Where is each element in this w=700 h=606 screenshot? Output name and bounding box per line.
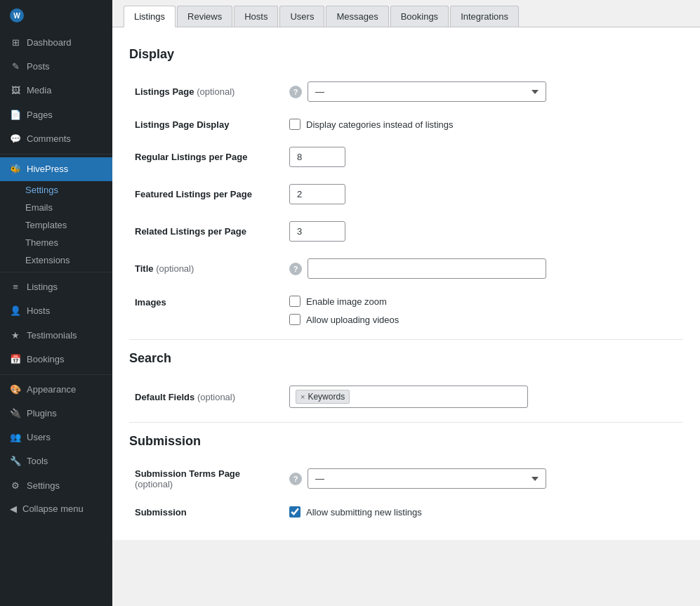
submission-form-table: Submission Terms Page (optional) ? — Sub…: [129, 460, 683, 526]
hosts-icon: 👤: [10, 305, 21, 317]
sidebar-item-pages[interactable]: 📄 Pages: [0, 103, 112, 127]
default-fields-row: Default Fields (optional) × Keywords: [129, 377, 683, 416]
listings-page-select[interactable]: —: [308, 81, 546, 102]
allow-uploading-videos-checkbox[interactable]: [289, 314, 301, 325]
tab-reviews[interactable]: Reviews: [177, 6, 232, 27]
sidebar-item-posts[interactable]: ✎ Posts: [0, 55, 112, 79]
sidebar-item-media[interactable]: 🖼 Media: [0, 79, 112, 103]
search-section-title: Search: [129, 351, 683, 366]
appearance-icon: 🎨: [10, 384, 21, 395]
sidebar-item-plugins[interactable]: 🔌 Plugins: [0, 402, 112, 426]
sidebar-logo: W: [0, 0, 112, 31]
testimonials-icon: ★: [10, 330, 21, 341]
default-fields-label: Default Fields (optional): [129, 377, 284, 416]
images-row: Images Enable image zoom Allow uploading…: [129, 287, 683, 334]
settings-icon: ⚙: [10, 480, 21, 492]
tools-icon: 🔧: [10, 456, 21, 468]
submission-terms-select[interactable]: —: [308, 468, 546, 489]
collapse-icon: ◀: [10, 503, 17, 514]
featured-listings-row: Featured Listings per Page: [129, 176, 683, 213]
related-listings-row: Related Listings per Page: [129, 213, 683, 250]
sidebar-item-appearance[interactable]: 🎨 Appearance: [0, 378, 112, 402]
display-section-title: Display: [129, 47, 683, 62]
submission-row: Submission Allow submitting new listings: [129, 498, 683, 526]
submenu-settings[interactable]: Settings: [0, 181, 112, 199]
listings-page-display-label: Listings Page Display: [129, 110, 284, 138]
sidebar-item-dashboard[interactable]: ⊞ Dashboard: [0, 31, 112, 55]
sidebar-item-settings[interactable]: ⚙ Settings: [0, 474, 112, 498]
submenu-themes[interactable]: Themes: [0, 234, 112, 251]
bookings-icon: 📅: [10, 354, 21, 365]
plugins-icon: 🔌: [10, 408, 21, 419]
default-fields-tag-field[interactable]: × Keywords: [289, 386, 528, 408]
posts-icon: ✎: [10, 61, 21, 72]
hivepress-submenu: Settings Emails Templates Themes Extensi…: [0, 181, 112, 269]
submission-terms-label: Submission Terms Page (optional): [129, 460, 284, 498]
regular-listings-row: Regular Listings per Page: [129, 138, 683, 176]
collapse-menu-button[interactable]: ◀ Collapse menu: [0, 498, 112, 520]
listings-icon: ≡: [10, 282, 21, 293]
search-form-table: Default Fields (optional) × Keywords: [129, 377, 683, 416]
enable-image-zoom-label: Enable image zoom: [306, 296, 387, 307]
submission-section-title: Submission: [129, 434, 683, 449]
keywords-tag: × Keywords: [296, 390, 350, 404]
search-sep: [129, 339, 683, 340]
tab-integrations[interactable]: Integrations: [450, 6, 519, 27]
allow-submitting-checkbox[interactable]: [289, 506, 301, 518]
sidebar-item-bookings[interactable]: 📅 Bookings: [0, 348, 112, 371]
title-help-icon[interactable]: ?: [289, 263, 302, 275]
listings-page-help-icon[interactable]: ?: [289, 86, 302, 98]
sidebar-item-comments[interactable]: 💬 Comments: [0, 127, 112, 151]
listings-page-row: Listings Page (optional) ? —: [129, 73, 683, 110]
hivepress-icon: 🐝: [10, 164, 21, 175]
related-listings-label: Related Listings per Page: [129, 213, 284, 250]
title-input[interactable]: [308, 258, 546, 279]
allow-uploading-videos-label: Allow uploading videos: [306, 315, 399, 325]
regular-listings-label: Regular Listings per Page: [129, 138, 284, 176]
keywords-tag-remove[interactable]: ×: [301, 393, 305, 401]
submission-terms-help-icon[interactable]: ?: [289, 473, 302, 485]
allow-submitting-label: Allow submitting new listings: [306, 507, 422, 518]
listings-page-display-checkbox-label: Display categories instead of listings: [306, 119, 454, 130]
title-label: Title (optional): [129, 250, 284, 287]
submenu-extensions[interactable]: Extensions: [0, 251, 112, 269]
pages-icon: 📄: [10, 110, 21, 121]
listings-page-label: Listings Page (optional): [129, 73, 284, 110]
tab-users[interactable]: Users: [279, 6, 324, 27]
enable-image-zoom-checkbox[interactable]: [289, 296, 301, 307]
wp-logo-icon: W: [10, 8, 24, 22]
dashboard-icon: ⊞: [10, 37, 21, 48]
tabs-bar: Listings Reviews Hosts Users Messages Bo…: [112, 0, 700, 27]
tab-hosts[interactable]: Hosts: [234, 6, 278, 27]
related-listings-input[interactable]: [289, 221, 345, 242]
sidebar-item-tools[interactable]: 🔧 Tools: [0, 449, 112, 473]
sidebar-item-listings[interactable]: ≡ Listings: [0, 275, 112, 299]
submission-terms-row: Submission Terms Page (optional) ? —: [129, 460, 683, 498]
tab-bookings[interactable]: Bookings: [390, 6, 449, 27]
main-content: Listings Reviews Hosts Users Messages Bo…: [112, 0, 700, 606]
regular-listings-input[interactable]: [289, 147, 345, 167]
submenu-templates[interactable]: Templates: [0, 216, 112, 234]
sidebar-item-testimonials[interactable]: ★ Testimonials: [0, 324, 112, 348]
sidebar-item-hosts[interactable]: 👤 Hosts: [0, 299, 112, 323]
tab-listings[interactable]: Listings: [124, 6, 176, 27]
featured-listings-label: Featured Listings per Page: [129, 176, 284, 213]
title-row: Title (optional) ?: [129, 250, 683, 287]
listings-page-display-checkbox[interactable]: [289, 119, 301, 130]
featured-listings-input[interactable]: [289, 184, 345, 204]
submission-label: Submission: [129, 498, 284, 526]
comments-icon: 💬: [10, 133, 21, 145]
listings-page-display-row: Listings Page Display Display categories…: [129, 110, 683, 138]
sidebar: W ⊞ Dashboard ✎ Posts 🖼 Media 📄 Pages 💬 …: [0, 0, 112, 606]
tab-messages[interactable]: Messages: [326, 6, 388, 27]
media-icon: 🖼: [10, 85, 21, 96]
display-form-table: Listings Page (optional) ? — Listings Pa…: [129, 73, 683, 334]
settings-content: Display Listings Page (optional) ? —: [112, 27, 700, 540]
sidebar-item-hivepress[interactable]: 🐝 HivePress: [0, 157, 112, 181]
sidebar-item-users[interactable]: 👥 Users: [0, 426, 112, 449]
images-label: Images: [129, 287, 284, 334]
submenu-emails[interactable]: Emails: [0, 199, 112, 216]
submission-sep: [129, 422, 683, 423]
users-icon: 👥: [10, 432, 21, 443]
